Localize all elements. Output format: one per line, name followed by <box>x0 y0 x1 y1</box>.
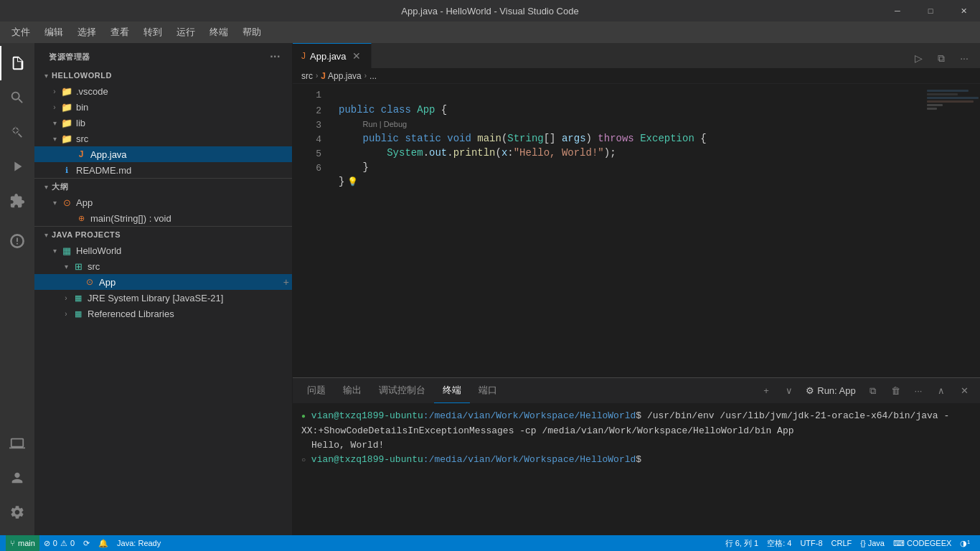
panel-tab-debug-console[interactable]: 调试控制台 <box>370 378 434 403</box>
java-ready-label: Java: Ready <box>117 539 161 547</box>
breadcrumb-more[interactable]: ... <box>369 71 377 81</box>
vscode-chevron: › <box>49 88 60 95</box>
java-projects-header[interactable]: ▾ JAVA PROJECTS <box>34 227 292 242</box>
minimap-visual <box>923 84 980 116</box>
window-controls: ─ □ ✕ <box>881 0 980 22</box>
java-project-jre[interactable]: › ▦ JRE System Library [JavaSE-21] <box>34 290 292 306</box>
menu-run[interactable]: 运行 <box>171 23 201 42</box>
extensions-activity-icon[interactable] <box>0 184 34 218</box>
java-project-reflibs[interactable]: › ▦ Referenced Libraries <box>34 306 292 321</box>
minimize-button[interactable]: ─ <box>881 0 914 22</box>
explorer-header: 资源管理器 ··· <box>34 43 292 67</box>
project-icon: ▦ <box>60 245 73 256</box>
search-activity-icon[interactable] <box>0 80 34 115</box>
settings-activity-icon[interactable] <box>0 495 34 529</box>
status-right: 行 6, 列 1 空格: 4 UTF-8 CRLF {} Java ⌨ CODE… <box>721 535 974 551</box>
jp-app-label: App <box>99 277 116 288</box>
panel-maximize-button[interactable]: ∧ <box>931 381 951 401</box>
panel-tab-output[interactable]: 输出 <box>334 378 370 403</box>
menu-file[interactable]: 文件 <box>6 23 36 42</box>
src-chevron: ▾ <box>49 135 60 143</box>
line-numbers: 1 2 3 4 5 6 <box>293 84 327 377</box>
status-errors[interactable]: ⊘ 0 ⚠ 0 <box>39 535 79 551</box>
status-java-ready[interactable]: Java: Ready <box>113 535 165 551</box>
breadcrumb-file[interactable]: JApp.java <box>321 71 361 81</box>
menu-goto[interactable]: 转到 <box>138 23 168 42</box>
status-language[interactable]: {} Java <box>856 535 889 551</box>
app-class-label: App <box>76 197 93 208</box>
status-encoding[interactable]: UTF-8 <box>796 535 826 551</box>
status-git-branch[interactable]: ⑂ main <box>6 535 39 551</box>
terminal-line-2: Hello, World! <box>301 438 971 453</box>
tree-item-src[interactable]: ▾ 📁 src <box>34 131 292 146</box>
status-codegeex[interactable]: ⌨ CODEGEEX <box>889 535 956 551</box>
panel-tab-problems[interactable]: 问题 <box>298 378 334 403</box>
menu-help[interactable]: 帮助 <box>237 23 267 42</box>
panel-close-button[interactable]: ✕ <box>954 381 974 401</box>
status-row-col[interactable]: 行 6, 列 1 <box>721 535 763 551</box>
helloworld-section: ▾ HELLOWORLD › 📁 .vscode › 📁 bin ▾ <box>34 67 292 178</box>
lightbulb-icon[interactable]: 💡 <box>347 175 358 189</box>
remote-activity-icon[interactable] <box>0 426 34 461</box>
tree-item-lib[interactable]: ▾ 📁 lib <box>34 115 292 131</box>
tab-app-java[interactable]: J App.java ✕ <box>293 43 372 68</box>
jre-icon: ▦ <box>72 293 85 303</box>
status-sync[interactable]: ⟳ <box>79 535 94 551</box>
panel-tab-ports[interactable]: 端口 <box>470 378 506 403</box>
sync-icon: ⟳ <box>83 539 90 548</box>
java-project-src[interactable]: ▾ ⊞ src <box>34 258 292 274</box>
window-title: App.java - HelloWorld - Visual Studio Co… <box>401 6 578 17</box>
run-app-button[interactable]: ⚙ Run: App <box>802 381 859 401</box>
menu-terminal[interactable]: 终端 <box>204 23 234 42</box>
test-activity-icon[interactable] <box>0 224 34 258</box>
panel-tab-terminal[interactable]: 终端 <box>434 378 470 403</box>
jre-chevron: › <box>60 294 72 302</box>
status-spaces[interactable]: 空格: 4 <box>763 535 796 551</box>
explorer-more-button[interactable]: ··· <box>267 49 283 65</box>
outline-header[interactable]: ▾ 大纲 <box>34 179 292 194</box>
panel-more-button[interactable]: ··· <box>908 381 928 401</box>
bin-chevron: › <box>49 103 60 111</box>
run-button[interactable]: ▷ <box>908 48 928 68</box>
outline-item-app-class[interactable]: ▾ ⊙ App <box>34 194 292 210</box>
menu-edit[interactable]: 编辑 <box>39 23 69 42</box>
bell-icon: 🔔 <box>98 539 108 548</box>
outline-item-main[interactable]: ⊕ main(String[]) : void <box>34 210 292 226</box>
new-terminal-button[interactable]: + <box>756 381 776 401</box>
tree-item-vscode[interactable]: › 📁 .vscode <box>34 83 292 99</box>
more-actions-button[interactable]: ··· <box>954 48 974 68</box>
helloworld-root[interactable]: ▾ HELLOWORLD <box>34 67 292 83</box>
jre-label: JRE System Library [JavaSE-21] <box>88 293 223 303</box>
menu-view[interactable]: 查看 <box>105 23 135 42</box>
tab-label: App.java <box>310 51 347 62</box>
breadcrumb-src[interactable]: src <box>301 71 313 81</box>
java-project-helloworld[interactable]: ▾ ▦ HelloWorld <box>34 242 292 258</box>
split-editor-button[interactable]: ⧉ <box>931 48 951 68</box>
terminal-content[interactable]: ● vian@txzq1899-ubuntu:/media/vian/Work/… <box>293 403 980 535</box>
editor-panel-area: J App.java ✕ ▷ ⧉ ··· src › JApp.java › .… <box>293 43 980 535</box>
launch-profile-button[interactable]: ∨ <box>779 381 799 401</box>
clear-terminal-button[interactable]: 🗑 <box>885 381 905 401</box>
close-button[interactable]: ✕ <box>947 0 980 22</box>
tree-item-readme[interactable]: ℹ README.md <box>34 162 292 178</box>
explorer-activity-icon[interactable] <box>0 46 34 80</box>
tree-item-bin[interactable]: › 📁 bin <box>34 99 292 115</box>
menu-select[interactable]: 选择 <box>72 23 102 42</box>
java-project-app[interactable]: ⊙ App + <box>34 274 292 290</box>
source-control-activity-icon[interactable] <box>0 115 34 149</box>
title-bar: App.java - HelloWorld - Visual Studio Co… <box>0 0 980 22</box>
class-icon: ⊙ <box>60 197 73 208</box>
tab-close-button[interactable]: ✕ <box>351 50 362 62</box>
add-java-file-button[interactable]: + <box>281 276 292 288</box>
status-bell[interactable]: 🔔 <box>94 535 113 551</box>
run-debug-activity-icon[interactable] <box>0 149 34 184</box>
status-notification[interactable]: ◑¹ <box>956 535 974 551</box>
status-line-ending[interactable]: CRLF <box>827 535 857 551</box>
menu-bar: 文件 编辑 选择 查看 转到 运行 终端 帮助 <box>0 22 980 43</box>
split-panel-button[interactable]: ⧉ <box>862 381 882 401</box>
maximize-button[interactable]: □ <box>914 0 947 22</box>
hw-project-label: HelloWorld <box>76 245 121 256</box>
account-activity-icon[interactable] <box>0 461 34 495</box>
code-content[interactable]: public class App { Run | Debug public st… <box>327 84 923 377</box>
tree-item-app-java[interactable]: J App.java <box>34 146 292 162</box>
